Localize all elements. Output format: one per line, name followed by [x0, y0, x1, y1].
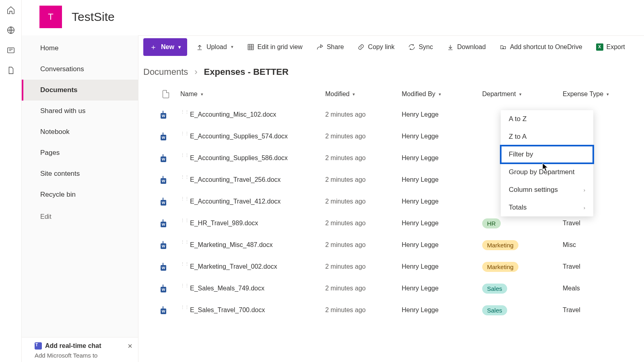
file-name[interactable]: ⋮⋮E_Sales_Meals_749.docx	[180, 285, 325, 292]
excel-icon: X	[596, 43, 603, 51]
column-department[interactable]: Department▾	[482, 90, 563, 98]
shortcut-button[interactable]: Add shortcut to OneDrive	[495, 40, 587, 54]
sidebar-edit[interactable]: Edit	[22, 205, 138, 227]
breadcrumb: Documents › Expenses - BETTER	[138, 58, 644, 84]
column-type[interactable]	[163, 90, 180, 98]
doc-icon	[163, 241, 180, 249]
doc-icon	[163, 306, 180, 314]
sidebar-item-shared-with-us[interactable]: Shared with us	[22, 101, 138, 121]
sidebar-item-documents[interactable]: Documents	[22, 80, 138, 101]
table-header: Name▾ Modified▾ Modified By▾ Department▾…	[138, 84, 644, 104]
new-indicator-icon: ⋮⋮	[180, 283, 189, 288]
column-expense-type-label: Expense Type	[563, 90, 603, 98]
teams-icon	[35, 342, 42, 350]
modified-cell: 2 minutes ago	[325, 133, 402, 140]
file-name[interactable]: ⋮⋮E_HR_Travel_989.docx	[180, 220, 325, 227]
file-name[interactable]: ⋮⋮E_Accounting_Travel_256.docx	[180, 176, 325, 183]
share-button[interactable]: Share	[312, 40, 349, 54]
totals[interactable]: Totals›	[501, 199, 593, 216]
nav-list: HomeConversationsDocumentsShared with us…	[22, 35, 138, 227]
table-row[interactable]: ⋮⋮E_Marketing_Travel_002.docx2 minutes a…	[138, 256, 644, 278]
doc-icon	[163, 198, 180, 205]
copy-link-button[interactable]: Copy link	[353, 40, 399, 54]
chevron-right-icon: ›	[194, 67, 197, 77]
upload-button[interactable]: Upload ▾	[191, 40, 238, 54]
filter-by[interactable]: Filter by	[501, 146, 593, 163]
file-name[interactable]: ⋮⋮E_Accounting_Travel_412.docx	[180, 198, 325, 205]
file-name[interactable]: ⋮⋮E_Marketing_Travel_002.docx	[180, 263, 325, 270]
sort-za[interactable]: Z to A	[501, 128, 593, 146]
expense-type-cell: Travel	[563, 306, 635, 314]
modified-by-cell: Henry Legge	[402, 263, 482, 270]
new-indicator-icon: ⋮⋮	[180, 175, 189, 179]
modified-by-cell: Henry Legge	[402, 285, 482, 292]
modified-cell: 2 minutes ago	[325, 111, 402, 118]
sort-za-label: Z to A	[509, 133, 526, 141]
doc-icon	[163, 263, 180, 270]
modified-cell: 2 minutes ago	[325, 198, 402, 205]
grid-view-button[interactable]: Edit in grid view	[242, 40, 308, 54]
breadcrumb-root[interactable]: Documents	[143, 67, 188, 77]
modified-cell: 2 minutes ago	[325, 220, 402, 227]
sidebar: HomeConversationsDocumentsShared with us…	[22, 35, 138, 362]
doc-icon	[163, 111, 180, 118]
globe-icon[interactable]	[6, 26, 15, 35]
new-indicator-icon: ⋮⋮	[180, 196, 189, 201]
new-button[interactable]: ＋ New ▾	[143, 38, 187, 56]
export-button[interactable]: X Export	[591, 40, 630, 54]
column-settings[interactable]: Column settings›	[501, 181, 593, 199]
modified-by-cell: Henry Legge	[402, 198, 482, 205]
modified-by-cell: Henry Legge	[402, 220, 482, 227]
new-indicator-icon: ⋮⋮	[180, 131, 189, 136]
sidebar-item-conversations[interactable]: Conversations	[22, 59, 138, 80]
file-name[interactable]: ⋮⋮E_Accounting_Supplies_574.docx	[180, 133, 325, 140]
modified-cell: 2 minutes ago	[325, 306, 402, 314]
files-icon[interactable]	[6, 66, 15, 75]
column-expense-type[interactable]: Expense Type▾	[563, 90, 635, 98]
new-indicator-icon: ⋮⋮	[180, 240, 189, 245]
new-indicator-icon: ⋮⋮	[180, 153, 189, 158]
table-row[interactable]: ⋮⋮E_Sales_Meals_749.docx2 minutes agoHen…	[138, 278, 644, 299]
file-name[interactable]: ⋮⋮E_Sales_Travel_700.docx	[180, 306, 325, 314]
new-button-label: New	[161, 43, 174, 51]
file-name[interactable]: ⋮⋮E_Marketing_Misc_487.docx	[180, 241, 325, 249]
column-modified-by-label: Modified By	[402, 90, 436, 98]
cursor-icon	[541, 162, 549, 174]
expense-type-cell: Meals	[563, 285, 635, 292]
close-icon[interactable]: ×	[128, 341, 132, 351]
site-title[interactable]: TestSite	[72, 10, 115, 24]
file-name[interactable]: ⋮⋮E_Accounting_Supplies_586.docx	[180, 154, 325, 162]
new-indicator-icon: ⋮⋮	[180, 109, 189, 114]
sync-button[interactable]: Sync	[403, 40, 438, 54]
news-icon[interactable]	[6, 46, 15, 55]
main: ＋ New ▾ Upload ▾ Edit in grid view Share…	[138, 35, 644, 362]
modified-cell: 2 minutes ago	[325, 285, 402, 292]
sidebar-item-notebook[interactable]: Notebook	[22, 121, 138, 142]
sidebar-item-recycle-bin[interactable]: Recycle bin	[22, 184, 138, 205]
sidebar-item-site-contents[interactable]: Site contents	[22, 163, 138, 184]
department-cell: HR	[482, 218, 563, 228]
column-name[interactable]: Name▾	[180, 90, 325, 98]
column-modified[interactable]: Modified▾	[325, 90, 402, 98]
filter-by-label: Filter by	[509, 150, 533, 158]
department-cell: Sales	[482, 284, 563, 294]
chevron-down-icon: ▾	[519, 92, 522, 97]
site-header: T TestSite	[22, 0, 303, 35]
chat-promo: × Add real-time chat Add Microsoft Teams…	[22, 337, 138, 362]
download-button[interactable]: Download	[442, 40, 491, 54]
shortcut-label: Add shortcut to OneDrive	[510, 43, 582, 51]
sort-az[interactable]: A to Z	[501, 110, 593, 128]
sidebar-item-home[interactable]: Home	[22, 38, 138, 59]
chat-promo-sub: Add Microsoft Teams to	[35, 352, 131, 359]
file-name[interactable]: ⋮⋮E_Accounting_Misc_102.docx	[180, 111, 325, 118]
site-logo[interactable]: T	[39, 6, 62, 28]
table-row[interactable]: ⋮⋮E_Marketing_Misc_487.docx2 minutes ago…	[138, 234, 644, 256]
doc-icon	[163, 154, 180, 162]
table-row[interactable]: ⋮⋮E_Sales_Travel_700.docx2 minutes agoHe…	[138, 299, 644, 321]
sidebar-item-pages[interactable]: Pages	[22, 142, 138, 163]
chevron-down-icon: ▾	[607, 92, 609, 97]
doc-icon	[163, 133, 180, 140]
home-icon[interactable]	[6, 6, 15, 14]
chat-promo-title[interactable]: Add real-time chat	[35, 342, 131, 350]
column-modified-by[interactable]: Modified By▾	[402, 90, 482, 98]
